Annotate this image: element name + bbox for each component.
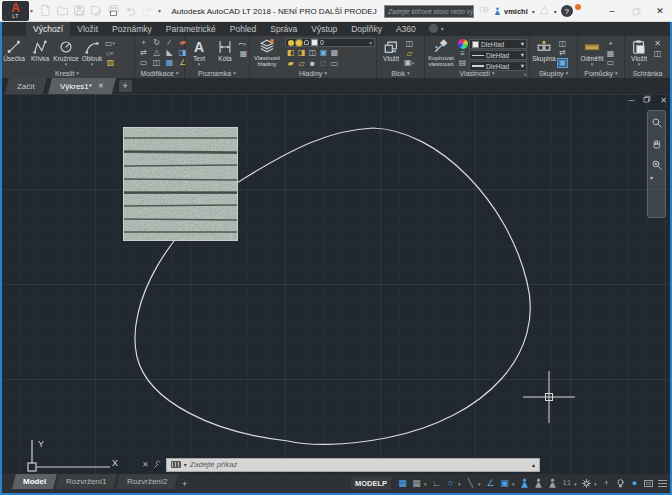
ribbon-tab-a360[interactable]: A360 [389,22,423,36]
rectangle-flyout-icon[interactable]: ▭▾ [105,39,116,49]
ribbon-tab-vlozit[interactable]: Vložit [70,22,105,36]
new-icon[interactable] [38,3,53,18]
iso-caret-icon[interactable]: ▾ [478,481,483,487]
object-color-dropdown[interactable]: DleHlad▾ [469,39,527,49]
ribbon-display-toggle-icon[interactable] [429,24,438,33]
panel-label-schranka[interactable]: Schránka [625,68,670,78]
minimize-button[interactable]: – [600,0,624,22]
layer-isolate-icon[interactable]: ◨ [296,48,307,58]
quick-select-icon[interactable]: + [605,39,616,49]
rotate-icon[interactable]: ↻ [151,38,162,48]
ribbon-tab-vychozi[interactable]: Výchozí [26,22,70,36]
paste-button[interactable]: Vložit▾ [626,37,652,68]
ribbon-tab-pohled[interactable]: Pohled [223,22,263,36]
workspace-caret-icon[interactable]: ▾ [594,481,599,487]
workspace-switching-icon[interactable] [580,477,593,491]
object-snap-icon[interactable]: ▣ [498,477,511,491]
sign-in-user[interactable]: vmichl [493,7,528,16]
new-drawing-tab-button[interactable]: + [119,80,132,92]
save-icon[interactable] [72,3,87,18]
panel-label-skupiny[interactable]: Skupiny▾ [530,68,577,78]
customization-menu-icon[interactable] [656,477,669,491]
panel-label-kreslit[interactable]: Kreslit▾ [0,68,134,78]
isometric-drafting-icon[interactable]: ╲ [464,477,477,491]
layout-tab-rozvrzeni2[interactable]: Rozvržení2 [116,474,178,489]
zoom-tool-icon[interactable] [651,117,663,129]
save-as-icon[interactable] [89,3,104,18]
a360-icon[interactable] [539,2,550,20]
insert-block-button[interactable]: Vložit [378,37,404,68]
array-icon[interactable]: ▦ [164,58,175,68]
group-edit-icon[interactable]: ⇄ [557,49,568,59]
panel-label-blok[interactable]: Blok▾ [377,68,424,78]
group-button[interactable]: Skupina [531,37,557,68]
ribbon-tab-sprava[interactable]: Správa [263,22,304,36]
copy-icon[interactable]: ⇄ [138,48,149,58]
snap-mode-icon[interactable]: ▦ [410,477,423,491]
mirror-icon[interactable]: △ [151,48,162,58]
leader-icon[interactable]: ⌐▾ [238,39,249,49]
measure-button[interactable]: Odměřit▾ [579,37,605,68]
annotation-monitor-icon[interactable] [546,477,559,491]
vp-close-icon[interactable]: ✕ [660,96,667,105]
redo-icon[interactable] [140,3,155,18]
command-customize-wrench-icon[interactable] [153,460,162,469]
layer-off-icon[interactable]: ◧ [285,48,296,58]
osnap-caret-icon[interactable]: ▾ [512,481,517,487]
arc-button[interactable]: Oblouk▾ [79,37,105,68]
app-menu-caret-icon[interactable]: ▾ [30,7,33,14]
properties-dialog-launcher-icon[interactable]: » [524,71,527,77]
drawing-canvas[interactable]: Y X [0,94,672,474]
panel-label-hladiny[interactable]: Hladiny▾ [250,68,376,78]
a360-caret-icon[interactable]: ▾ [554,8,557,15]
panel-label-poznamka[interactable]: Poznámka▾ [185,68,249,78]
ortho-mode-icon[interactable]: ∟ [430,477,443,491]
line-button[interactable]: Úsečka [1,37,27,68]
customize-plus-icon[interactable]: + [600,477,613,491]
navbar-caret-icon[interactable]: ▾ [650,174,653,181]
block-editor-icon[interactable]: ▣▾ [404,58,415,68]
file-tab-drawing1[interactable]: Výkres1*✕ [48,78,117,94]
ellipse-flyout-icon[interactable]: ○▾ [105,49,116,59]
ribbon-tab-doplnky[interactable]: Doplňky [344,22,389,36]
group-selection-toggle-icon[interactable]: ▣ [557,58,568,68]
linetype-list-icon[interactable]: ≡ [457,49,468,59]
edit-attributes-icon[interactable]: ▱ [404,49,415,59]
close-button[interactable]: ✕ [648,0,672,22]
graphics-performance-icon[interactable]: ● [628,477,641,491]
user-menu-caret-icon[interactable]: ▾ [532,8,535,15]
file-tab-close-icon[interactable]: ✕ [98,82,104,90]
isolate-objects-icon[interactable] [614,477,627,491]
lineweight-list-icon[interactable]: ▤ [457,59,468,69]
help-icon[interactable]: ? [561,5,573,17]
panel-label-modifikace[interactable]: Modifikace▾ [135,68,184,78]
dimension-button[interactable]: Kóta [212,37,238,68]
undo-icon[interactable] [123,3,138,18]
ungroup-icon[interactable]: ◫ [557,39,568,49]
layout-tab-model[interactable]: Model [12,474,57,489]
quick-calc-icon[interactable]: ▦ [605,49,616,59]
panel-label-vlastnosti[interactable]: Vlastnosti▾ [425,68,529,78]
clean-screen-icon[interactable] [642,477,655,491]
table-icon[interactable]: ▦ [238,49,249,59]
raster-image-wood[interactable] [123,127,238,241]
recent-commands-caret-icon[interactable]: ▾ [184,461,187,468]
text-button[interactable]: AText▾ [186,37,212,68]
object-snap-tracking-icon[interactable]: ∠ [484,477,497,491]
annotation-autoscale-icon[interactable] [532,477,545,491]
linetype-dropdown[interactable]: DleHlad▾ [469,50,527,60]
layer-lock-tool-icon[interactable]: ▣ [318,48,329,58]
scale-icon[interactable]: ◫ [151,58,162,68]
cut-icon[interactable]: ✕ [652,39,663,49]
search-icon[interactable] [478,2,489,20]
polar-caret-icon[interactable]: ▾ [458,481,463,487]
vp-minimize-icon[interactable]: ─ [629,96,635,105]
command-history-arrow-icon[interactable]: ▴ [532,461,535,468]
snap-caret-icon[interactable]: ▾ [424,481,429,487]
application-menu-button[interactable]: A LT [2,1,29,21]
layout-tab-rozvrzeni1[interactable]: Rozvržení1 [55,474,117,489]
polar-tracking-icon[interactable]: ○ [444,477,457,491]
circle-button[interactable]: Kružnice▾ [53,37,79,68]
restore-button[interactable] [624,0,648,22]
file-tab-start[interactable]: Začít [5,78,48,94]
